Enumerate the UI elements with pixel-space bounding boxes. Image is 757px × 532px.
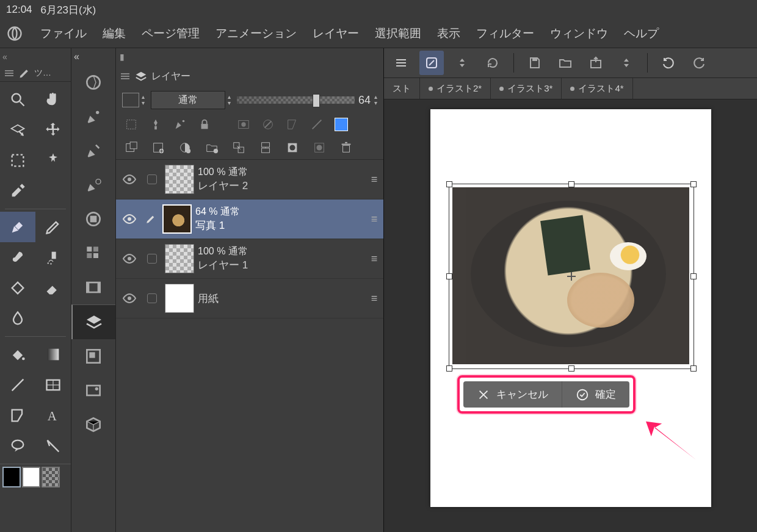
layer-row[interactable]: 100 % 通常 レイヤー 2 ≡ bbox=[116, 160, 383, 200]
blend-mode-stepper[interactable]: ▴▾ bbox=[228, 94, 231, 106]
menu-layer[interactable]: レイヤー bbox=[313, 26, 359, 41]
create-mask-icon[interactable] bbox=[283, 140, 302, 156]
layer-visibility-toggle[interactable] bbox=[116, 251, 143, 266]
cancel-button[interactable]: キャンセル bbox=[463, 381, 562, 408]
subtool-navigator[interactable] bbox=[71, 339, 115, 373]
canvas[interactable]: キャンセル 確定 bbox=[430, 109, 711, 507]
layer-thumbnail[interactable] bbox=[165, 284, 194, 313]
tool-deco[interactable] bbox=[0, 273, 35, 303]
undo-icon[interactable] bbox=[656, 51, 681, 75]
refresh-icon[interactable] bbox=[480, 51, 505, 75]
menu-selection[interactable]: 選択範囲 bbox=[375, 26, 421, 41]
layer-name[interactable]: レイヤー 1 bbox=[198, 258, 365, 272]
opacity-stepper[interactable]: ▴▾ bbox=[374, 94, 377, 106]
tool-line[interactable] bbox=[0, 370, 35, 400]
subtool-material[interactable] bbox=[71, 373, 115, 408]
layers-panel-tab[interactable]: レイヤー bbox=[116, 65, 383, 87]
layer-mask-enable-icon[interactable] bbox=[234, 117, 253, 132]
grip-icon[interactable] bbox=[5, 68, 13, 79]
edit-mode-icon[interactable] bbox=[419, 51, 444, 75]
tool-eyedropper[interactable] bbox=[0, 176, 35, 206]
menu-help[interactable]: ヘルプ bbox=[624, 26, 659, 41]
tool-object-select[interactable] bbox=[0, 115, 35, 145]
foreground-color-swatch[interactable] bbox=[2, 467, 21, 487]
subtool-quick-access[interactable] bbox=[71, 65, 115, 99]
tool-marquee[interactable] bbox=[0, 145, 35, 176]
layer-clip-icon[interactable] bbox=[122, 117, 140, 132]
layer-lock-toggle[interactable] bbox=[143, 293, 161, 303]
delete-layer-icon[interactable] bbox=[337, 140, 355, 156]
subtool-brush3[interactable] bbox=[71, 168, 115, 202]
subtool-brush2[interactable] bbox=[71, 134, 115, 168]
apply-mask-icon[interactable] bbox=[310, 140, 328, 156]
layer-name[interactable]: 用紙 bbox=[198, 292, 365, 306]
document-tab[interactable]: イラスト3* bbox=[491, 78, 562, 99]
subtool-brush1[interactable] bbox=[71, 99, 115, 134]
layer-thumbnail[interactable] bbox=[165, 165, 194, 194]
layer-row[interactable]: 64 % 通常 写真 1 ≡ bbox=[116, 200, 383, 239]
menu-window[interactable]: ウィンドウ bbox=[550, 26, 608, 41]
layer-visibility-toggle[interactable] bbox=[116, 291, 143, 306]
transparent-color-swatch[interactable] bbox=[42, 467, 60, 487]
tool-zoom[interactable] bbox=[0, 84, 35, 115]
layer-thumbnail[interactable] bbox=[162, 204, 192, 234]
tool-blend[interactable] bbox=[0, 303, 35, 334]
layer-reference-icon[interactable] bbox=[147, 117, 165, 132]
panel-drag-icon[interactable]: ▮ bbox=[120, 52, 125, 62]
open-icon[interactable] bbox=[553, 51, 578, 75]
blend-mode-select[interactable]: 通常 bbox=[151, 91, 225, 109]
layer-lock-toggle[interactable] bbox=[143, 254, 161, 264]
document-tab[interactable]: イラスト4* bbox=[562, 78, 632, 99]
subtool-color-set[interactable] bbox=[71, 236, 115, 270]
transform-center-icon[interactable] bbox=[567, 272, 576, 281]
stepper2-icon[interactable] bbox=[614, 51, 639, 75]
save-icon[interactable] bbox=[523, 51, 547, 75]
layer-name[interactable]: 写真 1 bbox=[195, 218, 365, 232]
tool-eraser[interactable] bbox=[35, 273, 71, 303]
layer-draft-icon[interactable] bbox=[171, 117, 189, 132]
new-vector-layer-icon[interactable] bbox=[149, 140, 167, 156]
transform-handle-mr[interactable] bbox=[690, 273, 697, 279]
menu-view[interactable]: 表示 bbox=[437, 26, 460, 41]
tool-text[interactable]: A bbox=[35, 400, 71, 431]
layer-mask-apply-icon[interactable] bbox=[259, 117, 277, 132]
transfer-layer-icon[interactable] bbox=[230, 140, 248, 156]
layer-thumbnail[interactable] bbox=[165, 244, 194, 273]
subtool-animation[interactable] bbox=[71, 270, 115, 304]
menu-animation[interactable]: アニメーション bbox=[216, 26, 297, 41]
layer-menu-icon[interactable]: ≡ bbox=[365, 173, 383, 186]
layer-lock-icon[interactable] bbox=[195, 117, 214, 132]
tool-pen[interactable] bbox=[0, 212, 35, 242]
layer-row[interactable]: 100 % 通常 レイヤー 1 ≡ bbox=[116, 239, 383, 279]
layer-menu-icon[interactable]: ≡ bbox=[365, 213, 383, 226]
transform-handle-bc[interactable] bbox=[568, 365, 574, 372]
hamburger-menu-icon[interactable] bbox=[389, 51, 413, 75]
tool-frame[interactable] bbox=[35, 370, 71, 400]
tool-pencil[interactable] bbox=[35, 212, 71, 242]
layer-visibility-toggle[interactable] bbox=[116, 172, 143, 187]
transform-handle-tc[interactable] bbox=[568, 181, 574, 187]
new-raster-layer-icon[interactable] bbox=[122, 140, 140, 156]
layer-ruler-icon[interactable] bbox=[283, 117, 302, 132]
export-icon[interactable] bbox=[584, 51, 608, 75]
transform-handle-tr[interactable] bbox=[690, 181, 697, 187]
document-tab[interactable]: イラスト2* bbox=[420, 78, 491, 99]
tool-correct-line[interactable] bbox=[35, 431, 71, 461]
tool-wand[interactable] bbox=[35, 145, 71, 176]
tool-airbrush[interactable] bbox=[35, 242, 71, 273]
collapse-mid-icon[interactable]: « bbox=[74, 51, 79, 62]
tool-gradient[interactable] bbox=[35, 339, 71, 370]
opacity-slider[interactable]: 64 ▴▾ bbox=[237, 94, 377, 107]
palette-color-indicator[interactable]: ▴▾ bbox=[122, 93, 145, 107]
layer-name[interactable]: レイヤー 2 bbox=[198, 179, 365, 193]
menu-file[interactable]: ファイル bbox=[40, 26, 87, 41]
layer-color-icon[interactable] bbox=[332, 117, 350, 132]
stepper-icon[interactable] bbox=[450, 51, 474, 75]
tool-brush[interactable] bbox=[0, 242, 35, 273]
layer-lock-toggle[interactable] bbox=[143, 174, 161, 184]
collapse-left-icon[interactable]: « bbox=[2, 52, 7, 62]
ok-button[interactable]: 確定 bbox=[562, 381, 629, 408]
layer-visibility-toggle[interactable] bbox=[116, 212, 143, 226]
menu-edit[interactable]: 編集 bbox=[103, 26, 126, 41]
transform-bbox[interactable] bbox=[449, 184, 694, 369]
